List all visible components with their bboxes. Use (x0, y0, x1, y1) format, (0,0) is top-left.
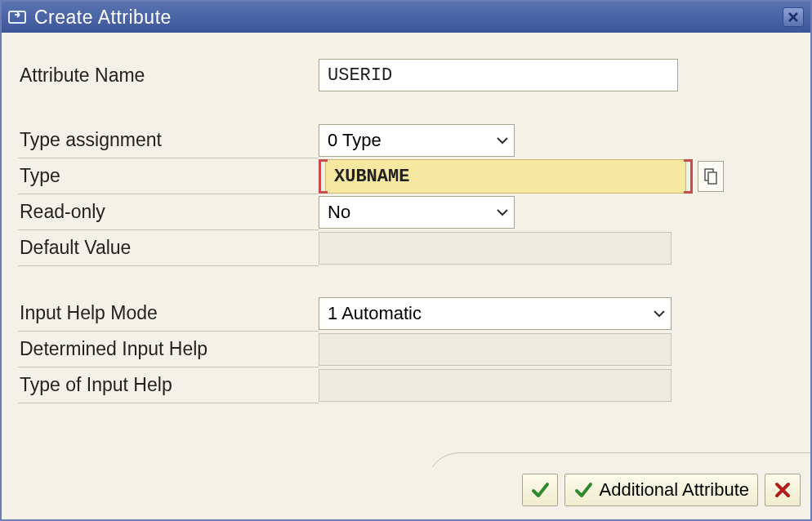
chevron-down-icon (496, 207, 509, 217)
window-title: Create Attribute (34, 7, 172, 29)
search-help-button[interactable] (698, 161, 724, 192)
input-help-mode-select[interactable]: 1 Automatic (319, 297, 671, 330)
label-read-only: Read-only (18, 194, 319, 230)
label-input-help-mode: Input Help Mode (18, 296, 319, 332)
additional-attribute-button[interactable]: Additional Attribute (564, 474, 758, 506)
cancel-icon (774, 481, 792, 499)
search-help-icon (703, 167, 718, 185)
dialog-create-attribute: Create Attribute Attribute Name Type ass… (0, 0, 812, 521)
check-icon (573, 480, 593, 500)
form-area: Attribute Name Type assignment 0 Type Ty… (2, 33, 810, 467)
footer-divider (426, 452, 810, 467)
cancel-button[interactable] (765, 474, 801, 506)
input-help-mode-value: 1 Automatic (328, 303, 422, 324)
required-bracket-right (686, 159, 693, 194)
attribute-name-input[interactable] (319, 59, 678, 91)
type-of-input-help-field (319, 369, 671, 402)
label-type-assignment: Type assignment (18, 122, 319, 158)
label-default-value: Default Value (18, 230, 319, 266)
label-attribute-name: Attribute Name (18, 57, 319, 93)
close-icon (787, 11, 799, 23)
additional-attribute-label: Additional Attribute (600, 479, 749, 501)
default-value-field[interactable] (319, 232, 671, 265)
read-only-value: No (328, 202, 350, 223)
type-assignment-value: 0 Type (328, 130, 381, 151)
type-input[interactable] (325, 159, 686, 194)
chevron-down-icon (653, 309, 666, 318)
label-determined-input-help: Determined Input Help (18, 332, 319, 367)
confirm-button[interactable] (522, 474, 558, 506)
window-icon (8, 9, 26, 25)
type-assignment-select[interactable]: 0 Type (319, 124, 515, 157)
determined-input-help-field (319, 333, 671, 366)
dialog-footer: Additional Attribute (2, 467, 810, 519)
read-only-select[interactable]: No (319, 196, 515, 229)
svg-rect-2 (708, 172, 716, 184)
chevron-down-icon (496, 136, 509, 145)
window-close-button[interactable] (783, 7, 804, 27)
check-icon (530, 480, 550, 500)
titlebar: Create Attribute (2, 2, 810, 33)
required-bracket-left (319, 159, 325, 194)
label-type-of-input-help: Type of Input Help (18, 367, 319, 403)
label-type: Type (18, 158, 319, 194)
